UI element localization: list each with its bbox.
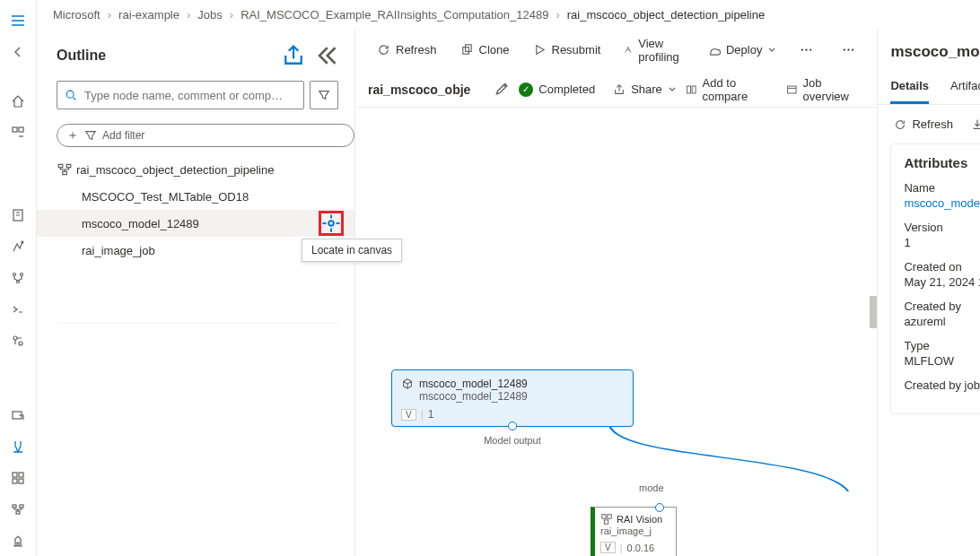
details-title: mscoco_model_12489 — [890, 43, 980, 61]
locate-tooltip: Locate in canvas — [302, 239, 402, 262]
crumb-current: rai_mscoco_object_detection_pipeline — [567, 8, 765, 22]
share-outline-icon[interactable] — [281, 43, 306, 68]
add-filter-label: Add filter — [102, 129, 144, 142]
svg-rect-16 — [16, 511, 20, 514]
components-icon[interactable] — [0, 464, 36, 493]
designer-icon[interactable] — [0, 264, 36, 293]
job-toolbar: Refresh Clone Resubmit View profiling De… — [355, 29, 877, 72]
svg-rect-20 — [63, 171, 67, 174]
outline-title: Outline — [57, 48, 274, 64]
edge-label: mode — [639, 482, 664, 493]
tab-details[interactable]: Details — [890, 79, 929, 104]
svg-point-28 — [848, 48, 850, 50]
port-label: Model output — [484, 435, 541, 446]
menu-toggle[interactable] — [0, 5, 36, 35]
svg-rect-19 — [66, 164, 71, 167]
crumb-1[interactable]: rai-example — [118, 8, 179, 22]
svg-rect-1 — [19, 127, 23, 132]
home-icon[interactable] — [0, 86, 36, 116]
add-filter-button[interactable]: ＋ Add filter — [57, 124, 354, 147]
node-input-port[interactable] — [655, 503, 664, 512]
notebooks-icon[interactable] — [0, 201, 36, 230]
resubmit-button[interactable]: Resubmit — [524, 36, 610, 65]
environments-icon[interactable] — [0, 526, 36, 556]
catalog-icon[interactable] — [0, 118, 36, 148]
svg-point-4 — [13, 274, 16, 276]
node-output-port[interactable] — [508, 421, 517, 430]
nav-rail — [0, 0, 37, 556]
data-icon[interactable] — [0, 401, 36, 430]
tab-artifacts[interactable]: Artifacts — [950, 79, 980, 104]
attributes-heading: Attributes — [904, 155, 980, 170]
outline-panel: Outline ＋ Add filter — [37, 29, 355, 556]
search-icon — [65, 89, 77, 101]
svg-rect-32 — [787, 86, 796, 93]
svg-rect-10 — [13, 473, 17, 477]
pipelines-icon[interactable] — [0, 495, 36, 525]
svg-rect-14 — [13, 505, 16, 508]
breadcrumb: Microsoft› rai-example› Jobs› RAI_MSCOCO… — [37, 0, 980, 29]
svg-point-17 — [66, 91, 74, 98]
svg-point-7 — [13, 336, 17, 340]
collapse-outline-icon[interactable] — [313, 43, 338, 68]
crumb-0[interactable]: Microsoft — [53, 8, 101, 22]
edit-name-icon[interactable] — [494, 77, 510, 102]
search-input-wrap[interactable] — [57, 81, 304, 109]
svg-point-25 — [806, 48, 808, 50]
clone-button[interactable]: Clone — [451, 36, 519, 65]
svg-rect-31 — [692, 86, 696, 93]
svg-rect-18 — [58, 164, 63, 167]
svg-point-29 — [852, 48, 853, 50]
svg-point-8 — [19, 342, 22, 345]
back-button[interactable] — [0, 37, 36, 66]
filter-button[interactable] — [310, 81, 338, 109]
svg-point-26 — [809, 48, 811, 50]
attributes-card: Attributes Namemscoco_model_12489 Versio… — [890, 143, 980, 414]
job-overview-button[interactable]: Job overview — [786, 76, 865, 103]
locate-in-canvas-button[interactable] — [319, 211, 344, 236]
canvas-scrollbar[interactable] — [870, 296, 877, 328]
svg-point-24 — [801, 48, 803, 50]
download-all-button[interactable]: Download all — [971, 117, 980, 131]
details-tabs: Details Artifacts Endpoints — [878, 70, 980, 105]
svg-rect-30 — [687, 86, 690, 93]
tree-item-1[interactable]: mscoco_model_12489 — [37, 210, 354, 237]
attr-name-link[interactable]: mscoco_model_12489 — [904, 196, 980, 210]
svg-point-21 — [328, 221, 334, 226]
add-to-compare-button[interactable]: Add to compare — [686, 76, 777, 103]
svg-rect-34 — [608, 515, 611, 518]
svg-rect-13 — [19, 479, 23, 483]
crumb-3[interactable]: RAI_MSCOCO_Example_RAIInsights_Computati… — [241, 8, 548, 22]
toolbar-more[interactable] — [791, 36, 822, 65]
toolbar-overflow[interactable] — [833, 36, 864, 65]
tree-item-0[interactable]: MSCOCO_Test_MLTable_OD18 — [37, 183, 354, 210]
prompt-icon[interactable] — [0, 295, 36, 325]
jobs-icon[interactable] — [0, 432, 36, 462]
svg-rect-12 — [13, 479, 17, 483]
view-profiling-button[interactable]: View profiling — [615, 36, 693, 65]
canvas-node-model[interactable]: mscoco_model_12489 mscoco_model_12489 V|… — [391, 369, 634, 427]
canvas-node-rai[interactable]: RAI Vision rai_image_j V|0.0.16 — [591, 507, 677, 556]
svg-rect-33 — [602, 515, 606, 518]
refresh-button[interactable]: Refresh — [368, 36, 446, 65]
svg-rect-11 — [19, 473, 23, 477]
details-panel: mscoco_model_12489 Details Artifacts End… — [877, 29, 980, 556]
svg-rect-0 — [13, 127, 17, 132]
automl-icon[interactable] — [0, 232, 36, 262]
svg-rect-35 — [604, 520, 608, 524]
tree-root[interactable]: rai_mscoco_object_detection_pipeline — [37, 156, 354, 183]
svg-rect-15 — [20, 505, 23, 508]
crumb-2[interactable]: Jobs — [197, 8, 222, 22]
tracking-icon[interactable] — [0, 326, 36, 356]
status-pill: ✓Completed — [519, 83, 595, 97]
pipeline-canvas[interactable]: mscoco_model_12489 mscoco_model_12489 V|… — [355, 108, 877, 556]
job-name-input[interactable] — [368, 83, 485, 97]
job-subbar: ✓Completed Share Add to compare Job over… — [355, 72, 877, 108]
tree-root-label: rai_mscoco_object_detection_pipeline — [76, 163, 274, 177]
svg-point-27 — [844, 48, 845, 50]
deploy-button[interactable]: Deploy — [698, 36, 785, 65]
details-refresh-button[interactable]: Refresh — [894, 117, 953, 131]
outline-search-input[interactable] — [84, 89, 296, 102]
share-button[interactable]: Share — [613, 83, 677, 96]
svg-point-5 — [21, 274, 23, 276]
